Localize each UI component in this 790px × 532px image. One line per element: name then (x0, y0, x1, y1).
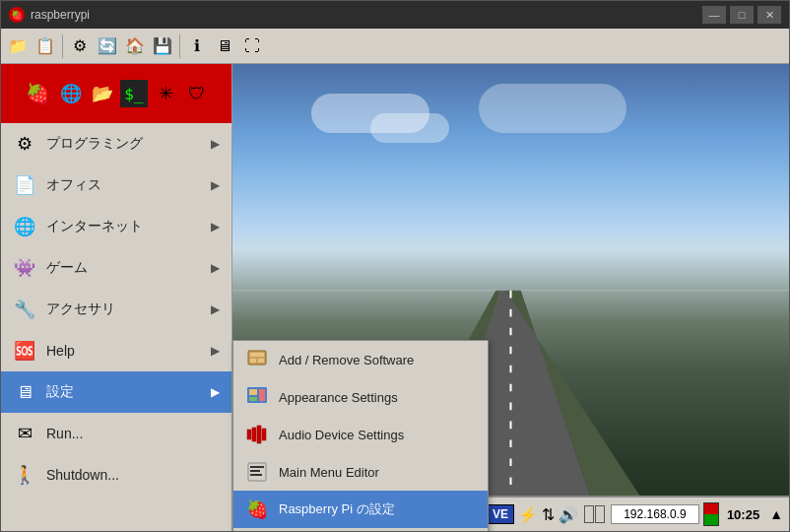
main-window: 🍓 raspberrypi — □ ✕ 📁 📋 ⚙ 🔄 🏠 💾 ℹ 🖥 ⛶ (0, 0, 790, 532)
games-label: ゲーム (46, 259, 201, 277)
submenu-audio[interactable]: Audio Device Settings (233, 416, 488, 453)
run-icon: ✉ (13, 422, 36, 445)
menu-item-shutdown[interactable]: 🚶 Shutdown... (1, 454, 231, 496)
menu-item-help[interactable]: 🆘 Help ▶ (1, 330, 231, 371)
help-label: Help (46, 343, 201, 359)
svg-rect-2 (250, 359, 256, 363)
quick-burst-icon[interactable]: ✳ (152, 80, 179, 107)
internet-icon: 🌐 (13, 215, 36, 238)
internet-label: インターネット (46, 218, 201, 235)
menu-header: 🍓 🌐 📂 $_ ✳ 🛡 (1, 64, 231, 123)
color-bar-icon (703, 502, 719, 526)
menu-item-run[interactable]: ✉ Run... (1, 413, 231, 454)
run-label: Run... (46, 426, 220, 441)
accessories-label: アクセサリ (46, 300, 201, 318)
ve-tray-icon[interactable]: VE (487, 504, 514, 524)
close-button[interactable]: ✕ (757, 6, 781, 24)
svg-rect-9 (252, 428, 256, 441)
toolbar: 📁 📋 ⚙ 🔄 🏠 💾 ℹ 🖥 ⛶ (1, 29, 789, 64)
svg-rect-15 (250, 474, 262, 476)
toolbar-separator-2 (179, 34, 180, 58)
games-icon: 👾 (13, 256, 36, 280)
help-icon: 🆘 (13, 339, 36, 363)
accessories-icon: 🔧 (13, 298, 36, 321)
help-arrow: ▶ (211, 344, 220, 358)
office-icon: 📄 (13, 173, 36, 197)
quick-files-icon[interactable]: 📂 (89, 80, 116, 107)
accessories-arrow: ▶ (211, 302, 220, 316)
programming-arrow: ▶ (211, 137, 220, 151)
office-label: オフィス (46, 176, 201, 194)
minimize-button[interactable]: — (702, 6, 726, 24)
toolbar-refresh-icon[interactable]: 🔄 (95, 33, 120, 59)
submenu-keyboard[interactable]: キーボードとマウス (233, 528, 488, 531)
maximize-button[interactable]: □ (730, 6, 754, 24)
quick-shield-icon[interactable]: 🛡 (183, 80, 211, 107)
audio-icon (245, 423, 269, 446)
svg-rect-3 (258, 359, 264, 363)
submenu-appearance[interactable]: Appearance Settings (233, 378, 488, 416)
settings-arrow: ▶ (211, 385, 220, 399)
submenu-raspi-config[interactable]: 🍓 Raspberry Pi の設定 (233, 491, 488, 528)
menu-item-office[interactable]: 📄 オフィス ▶ (1, 165, 231, 206)
toolbar-folder-icon[interactable]: 📁 (5, 33, 31, 59)
settings-menu-icon: 🖥 (13, 380, 36, 404)
svg-rect-11 (262, 429, 266, 440)
internet-arrow: ▶ (211, 220, 220, 233)
window-icon: 🍓 (9, 7, 25, 23)
main-area: 🍓 🌐 📂 $_ ✳ 🛡 ⚙ プログラミング ▶ 📄 オフィス (1, 64, 789, 531)
clock-display: 10:25 (723, 507, 763, 522)
toolbar-zoom-icon[interactable]: ⛶ (239, 33, 265, 59)
submenu-add-remove[interactable]: Add / Remove Software (233, 341, 488, 378)
toolbar-home-icon[interactable]: 🏠 (122, 33, 148, 59)
toolbar-separator-1 (62, 34, 63, 58)
svg-rect-7 (259, 389, 265, 401)
toolbar-screen-icon[interactable]: 🖥 (212, 33, 237, 59)
programming-label: プログラミング (46, 135, 201, 153)
system-tray: VE ⚡ ⇅ 🔊 192.168.0.9 (487, 502, 783, 526)
shutdown-label: Shutdown... (46, 467, 220, 483)
svg-rect-10 (257, 426, 261, 443)
menu-item-internet[interactable]: 🌐 インターネット ▶ (1, 206, 231, 247)
toolbar-settings-icon[interactable]: ⚙ (67, 33, 93, 59)
network-tray-icon[interactable]: ⇅ (542, 505, 555, 524)
add-remove-icon (245, 348, 269, 371)
raspberry-logo: 🍓 (22, 78, 53, 109)
toolbar-drive-icon[interactable]: 💾 (150, 33, 175, 59)
mainmenu-icon (245, 460, 269, 484)
menu-item-programming[interactable]: ⚙ プログラミング ▶ (1, 123, 231, 165)
svg-rect-14 (250, 470, 260, 472)
svg-rect-1 (250, 353, 264, 357)
cloud-2 (370, 113, 449, 143)
raspi-config-icon: 🍓 (245, 498, 269, 521)
submenu-mainmenu[interactable]: Main Menu Editor (233, 453, 488, 491)
settings-submenu: Add / Remove Software Appearance Setting… (232, 340, 489, 531)
titlebar: 🍓 raspberrypi — □ ✕ (1, 1, 789, 29)
menu-item-accessories[interactable]: 🔧 アクセサリ ▶ (1, 289, 231, 330)
power-tray-icon[interactable] (584, 505, 605, 523)
svg-rect-5 (249, 389, 257, 395)
add-remove-label: Add / Remove Software (279, 353, 476, 367)
left-panel: 🍓 🌐 📂 $_ ✳ 🛡 ⚙ プログラミング ▶ 📄 オフィス (1, 64, 232, 531)
svg-rect-6 (249, 397, 257, 401)
office-arrow: ▶ (211, 178, 220, 192)
toolbar-info-icon[interactable]: ℹ (184, 33, 210, 59)
svg-rect-8 (247, 430, 251, 439)
programming-icon: ⚙ (13, 132, 36, 156)
titlebar-title: raspberrypi (31, 8, 702, 22)
window-controls: — □ ✕ (702, 6, 781, 24)
appearance-icon (245, 385, 269, 409)
quick-browser-icon[interactable]: 🌐 (57, 80, 85, 107)
appearance-label: Appearance Settings (279, 390, 476, 405)
eject-tray-icon[interactable]: ▲ (769, 506, 783, 522)
toolbar-copy-icon[interactable]: 📋 (33, 33, 58, 59)
ip-display: 192.168.0.9 (611, 504, 699, 524)
bluetooth-tray-icon[interactable]: ⚡ (518, 505, 538, 524)
quick-terminal-icon[interactable]: $_ (120, 80, 148, 107)
menu-item-games[interactable]: 👾 ゲーム ▶ (1, 247, 231, 289)
menu-item-settings[interactable]: 🖥 設定 ▶ (1, 371, 231, 413)
mainmenu-label: Main Menu Editor (279, 465, 476, 480)
cloud-3 (479, 84, 626, 133)
volume-tray-icon[interactable]: 🔊 (559, 505, 578, 524)
svg-rect-13 (250, 466, 264, 468)
